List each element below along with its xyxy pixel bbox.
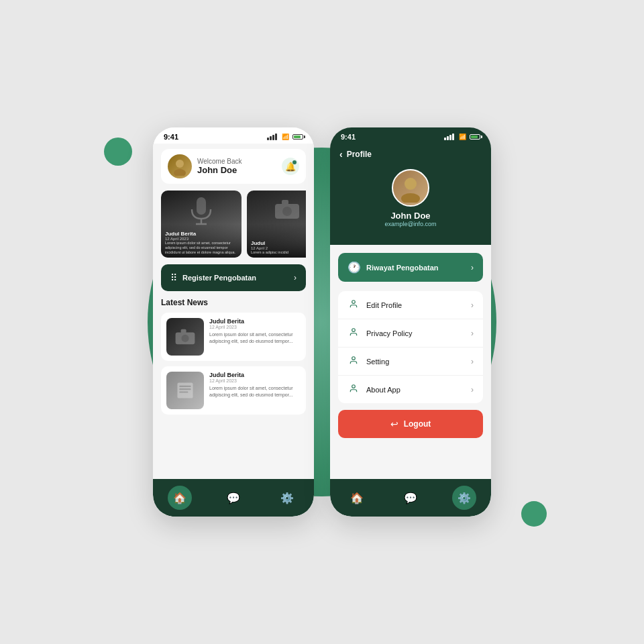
notification-bell[interactable]: 🔔	[282, 158, 299, 175]
profile-avatar	[392, 169, 429, 207]
menu-item-about-left: About App	[347, 384, 400, 395]
news-list-date-1: 12 April 2023	[209, 325, 301, 329]
news-cards-horizontal: Judul Berita 12 April 2023 Lorem ipsum d…	[161, 191, 306, 258]
nav-settings[interactable]: ⚙️	[275, 486, 299, 510]
profile-name: John Doe	[390, 211, 430, 221]
header-text: Welcome Back John Doe	[197, 158, 242, 175]
menu-group: Edit Profile › Privacy Policy	[338, 291, 483, 403]
about-icon	[347, 384, 360, 395]
news-card-content-2: Judul 12 April 2 Lorem a adipisc incidid	[251, 240, 306, 255]
register-btn[interactable]: ⠿ Register Pengobatan ›	[161, 264, 306, 291]
news-body-h-2: Lorem a adipisc incidid	[251, 250, 306, 255]
wifi-icon-profile: 📶	[459, 133, 466, 140]
battery-icon-profile	[470, 134, 480, 140]
nav-chat-icon-wrap: 💬	[221, 486, 246, 510]
background-circle-small-left	[104, 138, 132, 166]
news-title-h-2: Judul	[251, 240, 306, 246]
svg-point-17	[352, 301, 356, 304]
riwayat-card[interactable]: 🕐 Riwayat Pengobatan ›	[338, 253, 483, 282]
menu-item-edit-left: Edit Profile	[347, 299, 402, 311]
news-list-body-1: Lorem ipsum dolor sit amet, consectetur …	[209, 331, 301, 345]
nav-profile-chat-icon: 💬	[398, 486, 423, 510]
news-list-title-1: Judul Berita	[209, 318, 301, 325]
status-icons-profile: 📶	[444, 133, 480, 140]
register-btn-left: ⠿ Register Pengobatan	[170, 272, 256, 283]
nav-home[interactable]: 🏠	[168, 486, 192, 510]
riwayat-label: Riwayat Pengobatan	[366, 264, 439, 272]
user-avatar-home	[168, 154, 192, 178]
user-name-home: John Doe	[197, 165, 242, 175]
edit-profile-icon	[347, 299, 360, 311]
nav-chat[interactable]: 💬	[221, 486, 246, 510]
nav-home-icon-wrap: 🏠	[168, 486, 192, 510]
profile-email: example@info.com	[384, 221, 436, 227]
svg-point-16	[401, 193, 420, 203]
camera-thumb-icon	[174, 328, 196, 345]
register-icon: ⠿	[170, 272, 177, 283]
logout-button[interactable]: ↩ Logout	[338, 410, 483, 438]
background-circle-small-right	[521, 501, 547, 527]
news-card-h-1[interactable]: Judul Berita 12 April 2023 Lorem ipsum d…	[161, 191, 241, 258]
news-title-h-1: Judul Berita	[165, 231, 237, 237]
nav-profile-settings-icon: ⚙️	[452, 486, 476, 510]
wifi-icon-home: 📶	[282, 133, 289, 140]
svg-point-20	[352, 385, 356, 388]
battery-icon-home	[292, 134, 303, 140]
menu-item-edit-profile[interactable]: Edit Profile ›	[338, 291, 483, 319]
phone-profile: 9:41 📶 ‹ Profile	[330, 127, 491, 517]
svg-rect-12	[179, 386, 191, 387]
about-label: About App	[366, 386, 400, 394]
news-list-title-2: Judul Berita	[209, 372, 301, 378]
riwayat-left: 🕐 Riwayat Pengobatan	[347, 261, 439, 274]
news-info-2: Judul Berita 12 April 2023 Lorem ipsum d…	[209, 372, 301, 398]
phone-home: 9:41 📶	[153, 127, 314, 517]
news-body-h-1: Lorem ipsum dolor sit amet, consectetur …	[165, 241, 237, 255]
news-thumb-1	[166, 318, 204, 356]
welcome-text: Welcome Back	[197, 158, 242, 165]
phone2-body: 🕐 Riwayat Pengobatan › Edit	[330, 245, 491, 479]
menu-item-privacy[interactable]: Privacy Policy ›	[338, 319, 483, 347]
news-list-item-1[interactable]: Judul Berita 12 April 2023 Lorem ipsum d…	[161, 313, 306, 361]
nav-profile-home-icon: 🏠	[345, 486, 369, 510]
home-header: Welcome Back John Doe 🔔	[161, 149, 306, 184]
menu-item-setting-left: Setting	[347, 356, 389, 367]
logout-icon: ↩	[390, 419, 398, 429]
setting-icon	[347, 356, 360, 367]
bottom-nav-profile: 🏠 💬 ⚙️	[330, 479, 491, 517]
signal-icon-home	[267, 133, 277, 140]
news-info-1: Judul Berita 12 April 2023 Lorem ipsum d…	[209, 318, 301, 345]
news-card-h-2[interactable]: Judul 12 April 2 Lorem a adipisc incidid	[247, 191, 306, 258]
news-list-date-2: 12 April 2023	[209, 378, 301, 383]
back-button[interactable]: ‹ Profile	[339, 149, 482, 160]
svg-rect-13	[179, 388, 191, 390]
svg-rect-11	[177, 382, 193, 398]
status-icons-home: 📶	[267, 133, 303, 140]
phone2-topbar: ‹ Profile John Doe example@info.com	[330, 144, 491, 245]
register-btn-label: Register Pengobatan	[182, 274, 256, 282]
status-time-home: 9:41	[164, 133, 178, 141]
reader-thumb-icon	[174, 382, 196, 399]
svg-rect-14	[179, 391, 188, 392]
svg-point-15	[405, 178, 417, 190]
svg-point-0	[176, 160, 184, 168]
nav-profile-settings[interactable]: ⚙️	[452, 486, 476, 510]
news-card-content-1: Judul Berita 12 April 2023 Lorem ipsum d…	[165, 231, 237, 255]
notification-dot	[292, 160, 297, 164]
header-left: Welcome Back John Doe	[168, 154, 242, 178]
nav-profile-chat[interactable]: 💬	[398, 486, 423, 510]
news-list-item-2[interactable]: Judul Berita 12 April 2023 Lorem ipsum d…	[161, 366, 306, 415]
back-arrow-icon: ‹	[339, 149, 343, 160]
phone1-body: Welcome Back John Doe 🔔	[153, 144, 314, 479]
nav-profile-home[interactable]: 🏠	[345, 486, 369, 510]
bottom-nav-home: 🏠 💬 ⚙️	[153, 479, 314, 517]
privacy-arrow: ›	[471, 329, 474, 338]
setting-label: Setting	[366, 358, 389, 366]
privacy-icon	[347, 327, 360, 339]
menu-item-about[interactable]: About App ›	[338, 376, 483, 403]
riwayat-arrow-icon: ›	[471, 263, 474, 272]
signal-icon-profile	[444, 133, 454, 140]
menu-item-setting[interactable]: Setting ›	[338, 347, 483, 376]
edit-profile-label: Edit Profile	[366, 301, 402, 309]
profile-avatar-svg	[396, 173, 425, 203]
edit-profile-arrow: ›	[471, 301, 474, 310]
